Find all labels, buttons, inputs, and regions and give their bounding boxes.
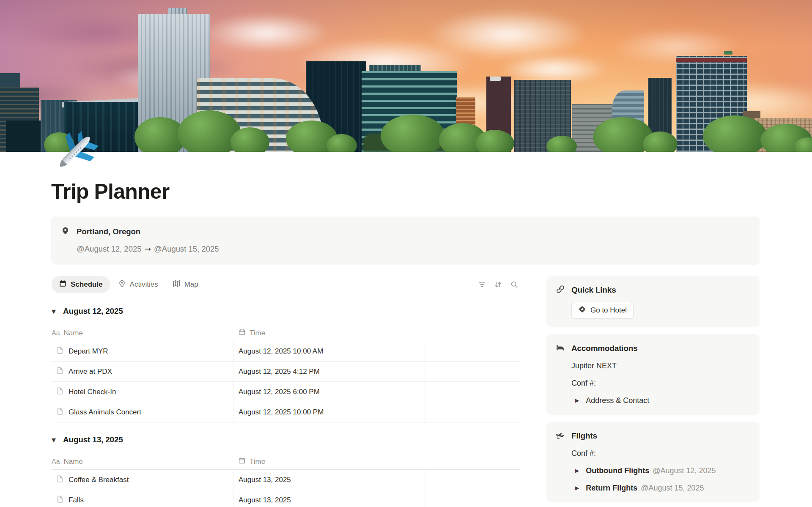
calendar-icon — [59, 280, 67, 290]
row-extra-cell[interactable] — [425, 362, 520, 382]
calendar-icon — [238, 328, 246, 338]
map-icon — [173, 280, 181, 290]
row-title: Depart MYR — [69, 347, 108, 356]
row-extra-cell[interactable] — [425, 341, 520, 362]
column-header-name[interactable]: Aa Name — [52, 454, 233, 470]
flights-card: Flights Conf #: ▶ Outbound Flights@Augus… — [546, 422, 760, 502]
address-contact-toggle[interactable]: ▶ Address & Contact — [571, 395, 749, 406]
outbound-flights-label: Outbound Flights — [586, 466, 649, 475]
day-toggle[interactable]: ▼ August 12, 2025 — [52, 306, 520, 317]
sort-icon[interactable] — [494, 280, 502, 289]
date-range-arrow: → — [145, 244, 151, 253]
row-title: Falls — [69, 496, 84, 504]
row-extra-cell[interactable] — [425, 382, 520, 402]
row-time-cell[interactable]: August 13, 2025 — [233, 470, 425, 490]
filter-icon[interactable] — [478, 280, 486, 289]
day-group-label: August 12, 2025 — [63, 307, 123, 316]
row-time-cell[interactable]: August 12, 2025 10:00 PM — [233, 402, 425, 422]
page-icon-airplane[interactable] — [50, 127, 100, 177]
cover-image — [0, 0, 812, 152]
quick-links-card: Quick Links Go to Hotel — [546, 276, 760, 327]
row-title: Coffee & Breakfast — [69, 476, 129, 484]
row-title: Arrive at PDX — [69, 367, 112, 376]
row-name-cell[interactable]: Depart MYR — [52, 341, 233, 362]
sidebar: Quick Links Go to Hotel Accommodations — [546, 276, 760, 507]
return-flights-toggle[interactable]: ▶ Return Flights@August 15, 2025 — [571, 482, 749, 494]
page-title[interactable]: Trip Planner — [51, 179, 169, 204]
text-property-icon: Aa — [52, 458, 60, 466]
row-time-cell[interactable]: August 13, 2025 — [233, 490, 425, 507]
outbound-flights-date[interactable]: @August 12, 2025 — [653, 466, 716, 475]
cover-cloud — [203, 14, 330, 52]
trip-location: Portland, Oregon — [77, 227, 140, 236]
row-extra-cell[interactable] — [425, 402, 520, 422]
row-title: Glass Animals Concert — [69, 408, 141, 417]
return-flights-label: Return Flights — [586, 484, 637, 492]
view-actions — [478, 280, 520, 289]
day-group-label: August 13, 2025 — [63, 435, 123, 444]
row-time-cell[interactable]: August 12, 2025 4:12 PM — [233, 362, 425, 382]
quick-links-title: Quick Links — [571, 285, 616, 295]
triangle-down-icon: ▼ — [52, 308, 58, 315]
row-name-cell[interactable]: Hotel Check-In — [52, 382, 233, 402]
triangle-right-icon: ▶ — [575, 395, 579, 406]
row-time-cell[interactable]: August 12, 2025 6:00 PM — [233, 382, 425, 402]
page-icon — [56, 475, 64, 485]
row-name-cell[interactable]: Coffee & Breakfast — [52, 470, 233, 490]
map-pin-icon — [118, 280, 126, 290]
outbound-flights-toggle[interactable]: ▶ Outbound Flights@August 12, 2025 — [571, 465, 749, 477]
tab-schedule[interactable]: Schedule — [52, 276, 110, 293]
column-header-name[interactable]: Aa Name — [52, 325, 233, 341]
address-contact-label: Address & Contact — [586, 395, 649, 406]
row-name-cell[interactable]: Falls — [52, 490, 233, 507]
bed-icon — [556, 343, 565, 354]
cover-cloud — [427, 9, 588, 60]
cover-building-band — [676, 58, 747, 62]
page-icon — [56, 387, 64, 397]
triangle-right-icon: ▶ — [575, 465, 579, 477]
column-header-extra[interactable] — [425, 454, 520, 470]
row-extra-cell[interactable] — [425, 470, 520, 490]
trip-end-date[interactable]: @August 15, 2025 — [154, 244, 219, 253]
column-header-time-label: Time — [250, 458, 265, 466]
trip-callout: Portland, Oregon @August 12, 2025→@Augus… — [51, 217, 760, 265]
tab-activities-label: Activities — [130, 280, 158, 289]
tab-activities[interactable]: Activities — [112, 280, 165, 290]
confirmation-label[interactable]: Conf #: — [571, 378, 749, 389]
calendar-icon — [238, 457, 246, 466]
page-icon — [56, 495, 64, 505]
cover-building-sign — [724, 51, 732, 55]
triangle-down-icon: ▼ — [52, 437, 58, 443]
airplane-takeoff-icon — [556, 430, 565, 441]
column-header-time[interactable]: Time — [233, 454, 425, 470]
go-to-hotel-button[interactable]: Go to Hotel — [571, 302, 634, 319]
column-header-name-label: Name — [64, 329, 83, 337]
return-flights-date[interactable]: @August 15, 2025 — [641, 484, 704, 492]
row-extra-cell[interactable] — [425, 490, 520, 507]
search-icon[interactable] — [510, 280, 518, 289]
tab-map[interactable]: Map — [166, 280, 205, 290]
tab-schedule-label: Schedule — [71, 280, 103, 289]
link-icon — [556, 285, 565, 296]
row-name-cell[interactable]: Arrive at PDX — [52, 362, 233, 382]
navigation-icon — [578, 305, 586, 315]
cover-building-sign — [490, 77, 501, 81]
confirmation-label[interactable]: Conf #: — [571, 448, 749, 459]
row-name-cell[interactable]: Glass Animals Concert — [52, 402, 233, 422]
page-icon — [56, 367, 64, 377]
hotel-name: Jupiter NEXT — [571, 360, 749, 372]
cover-building — [6, 121, 43, 152]
schedule-database: Schedule Activities Map — [52, 276, 520, 507]
column-header-extra[interactable] — [425, 325, 520, 341]
trip-start-date[interactable]: @August 12, 2025 — [77, 244, 142, 253]
tab-map-label: Map — [184, 280, 198, 289]
view-tabs: Schedule Activities Map — [52, 276, 520, 293]
location-pin-icon — [61, 227, 70, 237]
column-header-time-label: Time — [250, 329, 265, 337]
flights-title: Flights — [571, 431, 597, 441]
trip-dates: @August 12, 2025→@August 15, 2025 — [77, 244, 219, 254]
column-header-time[interactable]: Time — [233, 325, 425, 341]
triangle-right-icon: ▶ — [575, 482, 579, 494]
day-toggle[interactable]: ▼ August 13, 2025 — [52, 434, 520, 445]
row-time-cell[interactable]: August 12, 2025 10:00 AM — [233, 341, 425, 362]
